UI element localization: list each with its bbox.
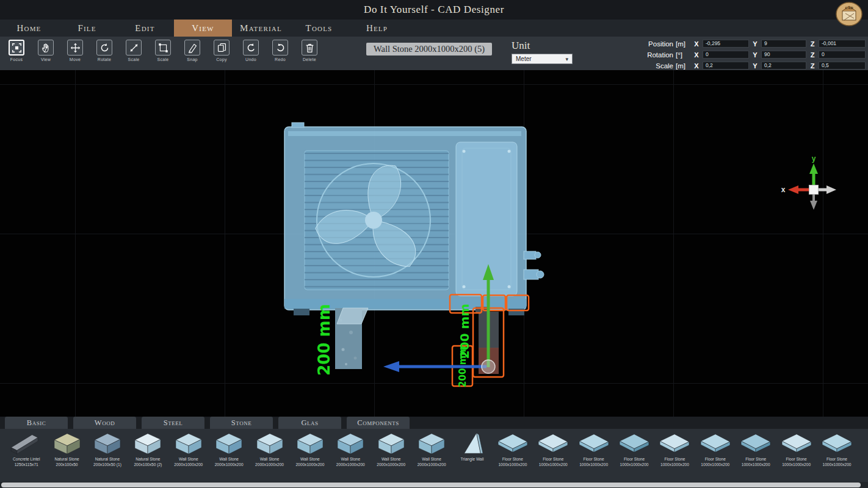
unit-label: Unit bbox=[512, 40, 573, 52]
wall-stone-block[interactable] bbox=[335, 308, 368, 369]
transform-row-name: Scale bbox=[633, 62, 673, 70]
toolbar-button[interactable]: Snap bbox=[182, 40, 203, 62]
transform-x-input[interactable]: 0 bbox=[703, 51, 749, 59]
move-gizmo-origin[interactable] bbox=[482, 360, 495, 373]
palette-item[interactable]: Natural Stone 200x100x50 (1) bbox=[87, 430, 128, 482]
axis-x-label: X bbox=[692, 40, 701, 48]
axis-y-label: Y bbox=[750, 51, 760, 59]
palette-item-thumbnail bbox=[252, 430, 288, 457]
palette-item-thumbnail bbox=[738, 430, 773, 457]
menu-item[interactable]: Help bbox=[348, 20, 406, 37]
palette-item-thumbnail bbox=[333, 430, 368, 457]
selection-label: Wall Stone 2000x1000x200 (5) bbox=[366, 43, 492, 56]
palette-item[interactable]: Wall Stone 2000x1000x200 bbox=[168, 430, 209, 482]
transform-z-input[interactable]: 0,5 bbox=[819, 62, 866, 70]
palette-item[interactable]: Floor Stone 1000x1000x200 bbox=[817, 430, 857, 482]
palette-item-thumbnail bbox=[49, 430, 85, 457]
toolbar-button[interactable]: Copy bbox=[211, 40, 232, 62]
axis-x-label: X bbox=[692, 62, 701, 70]
snap-pen-icon bbox=[184, 40, 200, 56]
toolbar-button[interactable]: Move bbox=[65, 40, 85, 62]
scrollbar-thumb[interactable] bbox=[1, 483, 861, 487]
transform-z-input[interactable]: -0,001 bbox=[819, 40, 866, 48]
transform-y-input[interactable]: 90 bbox=[761, 51, 806, 59]
palette-item[interactable]: Wall Stone 2000x1000x200 bbox=[249, 430, 289, 482]
palette-item[interactable]: Triangle Wall bbox=[452, 430, 492, 482]
menu-item[interactable]: Home bbox=[0, 20, 58, 37]
axis-z-label: Z bbox=[808, 62, 817, 70]
palette-item-thumbnail bbox=[617, 430, 652, 457]
palette-item[interactable]: Floor Stone 1000x1000x200 bbox=[776, 430, 816, 482]
unit-value: Meter bbox=[516, 56, 532, 62]
toolbar-button[interactable]: Redo bbox=[270, 40, 291, 62]
palette-item[interactable]: Floor Stone 1000x1000x200 bbox=[533, 430, 573, 482]
move-gizmo-x-arrowhead[interactable] bbox=[383, 361, 399, 372]
toolbar-button[interactable]: Delete bbox=[299, 40, 320, 62]
viewport[interactable]: 200 mm 200 mm 200 mm y x bbox=[0, 70, 868, 417]
toolbar-button[interactable]: Scale bbox=[123, 40, 144, 62]
palette-item-thumbnail bbox=[292, 430, 328, 457]
palette-item[interactable]: Floor Stone 1000x1000x200 bbox=[614, 430, 654, 482]
palette-item[interactable]: Floor Stone 1000x1000x200 bbox=[736, 430, 776, 482]
toolbar-button[interactable]: Scale bbox=[153, 40, 173, 62]
copy-icon bbox=[214, 40, 230, 56]
palette-item[interactable]: Floor Stone 1000x1000x200 bbox=[654, 430, 695, 482]
palette-item[interactable]: Floor Stone 1000x1000x200 bbox=[695, 430, 736, 482]
transform-row-name: Rotation bbox=[633, 51, 673, 59]
transform-x-input[interactable]: 0,2 bbox=[703, 62, 749, 70]
undo-icon bbox=[243, 40, 259, 56]
orientation-gizmo[interactable]: y x bbox=[781, 154, 836, 210]
axis-z-label: Z bbox=[808, 40, 817, 48]
axis-y-label: Y bbox=[750, 40, 760, 48]
category-tab[interactable]: Wood bbox=[73, 417, 136, 429]
gizmo-y-label: y bbox=[812, 154, 816, 163]
toolbar-button[interactable]: View bbox=[35, 40, 56, 62]
axis-x-label: X bbox=[692, 51, 701, 59]
axis-y-label: Y bbox=[750, 62, 760, 70]
palette-item[interactable]: Floor Stone 1000x1000x200 bbox=[493, 430, 533, 482]
menu-item[interactable]: Material bbox=[232, 20, 290, 37]
transform-x-input[interactable]: -0,295 bbox=[703, 40, 749, 48]
category-tab[interactable]: Glas bbox=[278, 417, 341, 429]
dimension-label-left: 200 mm bbox=[315, 304, 333, 376]
palette-item[interactable]: Concrete Lintel 1250x115x71 bbox=[6, 430, 46, 482]
scale-arrows-icon bbox=[126, 40, 142, 56]
menu-item[interactable]: Tools bbox=[290, 20, 348, 37]
category-tab[interactable]: Basic bbox=[5, 417, 68, 429]
transform-y-input[interactable]: 9 bbox=[761, 40, 806, 48]
scene-canvas[interactable]: 200 mm 200 mm 200 mm y x bbox=[0, 70, 868, 417]
palette-item[interactable]: Wall Stone 2000x1000x200 bbox=[290, 430, 330, 482]
palette-item-thumbnail bbox=[90, 430, 125, 457]
transform-row-unit: [m] bbox=[675, 40, 690, 48]
toolbar-button[interactable]: Focus bbox=[6, 40, 27, 62]
transform-z-input[interactable]: 0 bbox=[819, 51, 866, 59]
menu-item[interactable]: File bbox=[58, 20, 116, 37]
transform-row-unit: [m] bbox=[675, 62, 690, 70]
palette-item[interactable]: Natural Stone 200x100x50 (2) bbox=[128, 430, 168, 482]
palette-item[interactable]: Natural Stone 200x100x50 bbox=[46, 430, 87, 482]
palette-item[interactable]: Wall Stone 2000x1000x200 bbox=[330, 430, 371, 482]
move-arrows-icon bbox=[67, 40, 83, 56]
palette-item-thumbnail bbox=[535, 430, 571, 457]
category-tab[interactable]: Stone bbox=[210, 417, 273, 429]
palette-item[interactable]: Floor Stone 1000x1000x200 bbox=[573, 430, 613, 482]
toolbar-button[interactable]: Undo bbox=[241, 40, 261, 62]
trash-icon bbox=[302, 40, 317, 56]
menu-item[interactable]: Edit bbox=[116, 20, 174, 37]
transform-y-input[interactable]: 0,2 bbox=[761, 62, 806, 70]
cad-logo-icon: CAD bbox=[835, 1, 863, 27]
toolbar-button[interactable]: Rotate bbox=[94, 40, 115, 62]
rotate-icon bbox=[96, 40, 112, 56]
horizontal-scrollbar[interactable] bbox=[0, 482, 868, 488]
palette-item[interactable]: Wall Stone 2000x1000x200 bbox=[209, 430, 249, 482]
unit-group: Unit Meter bbox=[512, 40, 573, 64]
category-tab[interactable]: Steel bbox=[142, 417, 204, 429]
palette-item[interactable]: Wall Stone 2000x1000x200 bbox=[371, 430, 411, 482]
menu-item[interactable]: View bbox=[174, 20, 232, 37]
category-tab[interactable]: Components bbox=[347, 417, 410, 429]
palette-item[interactable]: Wall Stone 2000x1000x200 bbox=[411, 430, 452, 482]
unit-select[interactable]: Meter bbox=[512, 54, 573, 64]
ac-unit-model[interactable] bbox=[284, 123, 544, 315]
dimension-label-boxed: 200 mm bbox=[457, 346, 468, 387]
transform-row: Rotation [°] X 0 Y 90 Z 0 bbox=[633, 50, 866, 59]
